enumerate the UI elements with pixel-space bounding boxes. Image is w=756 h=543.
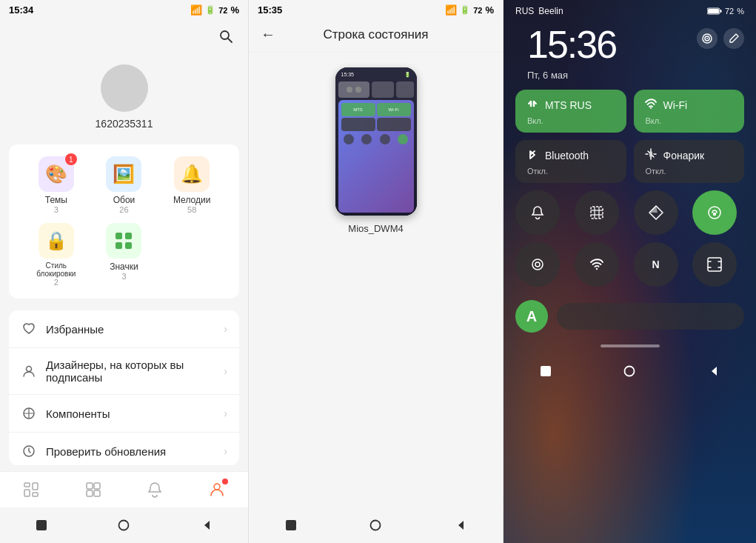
cc-btn-location[interactable] xyxy=(634,190,678,235)
nav-notifications[interactable] xyxy=(146,481,164,499)
panel1-header xyxy=(0,17,248,53)
wifi-icon-cc xyxy=(644,97,658,113)
grid-item-themes[interactable]: 🎨 1 Темы 3 xyxy=(27,156,86,214)
grid-item-wallpapers[interactable]: 🖼️ Обои 26 xyxy=(95,156,154,214)
svg-point-26 xyxy=(371,521,381,530)
panel-status-bar-preview: 15:35 📶 🔋 72 % ← Строка состояния 15:35 … xyxy=(248,0,504,543)
cc-small-controls-row2: N xyxy=(504,242,756,294)
battery-pct-p2: 72 xyxy=(473,6,482,15)
svg-rect-2 xyxy=(116,233,122,239)
cc-card-bluetooth[interactable]: Bluetooth Откл. xyxy=(515,140,626,183)
svg-rect-3 xyxy=(125,233,132,239)
cc-carrier-info: RUS Beelin xyxy=(515,6,563,16)
cc-main-grid: MTS RUS Вкл. Wi-Fi Вкл. xyxy=(504,90,756,190)
svg-rect-18 xyxy=(94,483,100,489)
search-button[interactable] xyxy=(215,26,236,47)
svg-rect-47 xyxy=(541,366,551,376)
status-icons-panel2: 📶 🔋 72 % xyxy=(445,4,494,16)
square-button-p1[interactable] xyxy=(30,513,53,537)
back-button-p1[interactable] xyxy=(195,513,218,537)
edit-icon-cc[interactable] xyxy=(723,28,744,49)
svg-rect-17 xyxy=(87,483,93,489)
cc-btn-crop[interactable] xyxy=(575,190,619,235)
back-button-cc[interactable] xyxy=(702,359,726,383)
cc-user-avatar: A xyxy=(515,300,548,333)
bluetooth-icon xyxy=(526,147,539,164)
back-button-p2[interactable]: ← xyxy=(261,26,275,43)
cc-btn-screenshot[interactable] xyxy=(692,242,737,287)
svg-point-23 xyxy=(119,521,129,530)
cc-card-flashlight[interactable]: Фонарик Откл. xyxy=(634,140,745,183)
svg-rect-14 xyxy=(24,490,30,496)
circle-button-p1[interactable] xyxy=(112,513,136,537)
system-nav-panel2 xyxy=(249,507,503,543)
bluetooth-status: Откл. xyxy=(526,167,616,176)
svg-marker-49 xyxy=(712,367,717,376)
cc-card-wifi[interactable]: Wi-Fi Вкл. xyxy=(634,90,745,133)
cc-btn-lock-rotate[interactable] xyxy=(692,190,737,235)
flashlight-name: Фонарик xyxy=(663,150,705,161)
mts-status: Вкл. xyxy=(526,116,616,125)
carrier1: RUS xyxy=(515,6,534,16)
nav-home[interactable] xyxy=(22,481,40,499)
battery-p2: 🔋 xyxy=(460,5,470,15)
grid-item-ringtones[interactable]: 🔔 Мелодии 58 xyxy=(162,156,221,214)
lockscreen-icon: 🔒 xyxy=(39,223,74,259)
cc-date: Пт, 6 мая xyxy=(515,70,628,90)
svg-rect-25 xyxy=(286,520,296,530)
menu-favorites[interactable]: Избранные › xyxy=(9,310,239,348)
svg-rect-42 xyxy=(713,213,716,216)
circle-button-cc[interactable] xyxy=(618,359,641,383)
cc-btn-wifi2[interactable] xyxy=(575,242,619,287)
svg-rect-13 xyxy=(24,483,30,487)
grid-item-icons[interactable]: Значки 3 xyxy=(95,223,154,287)
cc-btn-nfc[interactable]: N xyxy=(634,242,678,287)
avatar xyxy=(101,64,148,112)
back-button-p2-sys[interactable] xyxy=(449,513,472,537)
arrow-icon3: › xyxy=(224,407,227,419)
phone-preview: 15:35 🔋 MTS xyxy=(335,67,417,216)
cc-card-mts[interactable]: MTS RUS Вкл. xyxy=(515,90,626,133)
signal-icon-p1: 📶 xyxy=(190,4,202,16)
status-bar-panel2: 15:35 📶 🔋 72 % xyxy=(249,0,503,17)
cc-media-progress[interactable] xyxy=(557,303,744,330)
square-button-cc[interactable] xyxy=(534,359,558,383)
cc-btn-bell[interactable] xyxy=(515,190,560,235)
nfc-label: N xyxy=(652,259,659,270)
wallpapers-icon: 🖼️ xyxy=(106,156,141,192)
svg-point-33 xyxy=(706,38,708,39)
cc-btn-eye[interactable] xyxy=(515,242,560,287)
menu-designers[interactable]: Дизайнеры, на которых вы подписаны › xyxy=(9,348,239,395)
svg-line-1 xyxy=(228,39,232,42)
grid-item-lockscreen[interactable]: 🔒 Стиль блокировки 2 xyxy=(27,223,86,287)
menu-components[interactable]: Компоненты › xyxy=(9,395,239,433)
icons-icon xyxy=(106,223,141,259)
svg-point-44 xyxy=(535,262,540,267)
bluetooth-name: Bluetooth xyxy=(545,150,589,161)
svg-point-34 xyxy=(650,107,652,109)
arrow-icon2: › xyxy=(224,365,227,377)
svg-marker-24 xyxy=(204,521,210,530)
profile-section: 1620235311 xyxy=(0,53,248,139)
svg-rect-19 xyxy=(87,490,93,496)
svg-point-6 xyxy=(27,367,32,372)
control-center-content: RUS Beelin 72 % 15:36 Пт, 6 мая xyxy=(504,0,756,543)
target-icon[interactable] xyxy=(697,28,717,49)
cc-media-row: A xyxy=(504,294,756,339)
ringtones-icon: 🔔 xyxy=(174,156,210,192)
carrier2: Beelin xyxy=(538,6,563,16)
svg-rect-35 xyxy=(649,151,652,157)
circle-button-p2[interactable] xyxy=(364,513,387,537)
nav-explore[interactable] xyxy=(84,481,102,499)
nav-profile[interactable] xyxy=(208,481,226,499)
arrow-icon: › xyxy=(224,323,227,335)
designers-label: Дизайнеры, на которых вы подписаны xyxy=(46,359,224,384)
cc-system-nav xyxy=(504,353,756,386)
menu-updates[interactable]: Проверить обновления › xyxy=(9,433,239,465)
mts-name: MTS RUS xyxy=(545,99,592,111)
cc-time: 15:36 xyxy=(515,19,628,70)
square-button-p2[interactable] xyxy=(279,513,303,537)
preview-name: Mios_DWM4 xyxy=(348,223,403,234)
svg-rect-22 xyxy=(36,520,47,530)
heart-icon xyxy=(21,321,37,337)
